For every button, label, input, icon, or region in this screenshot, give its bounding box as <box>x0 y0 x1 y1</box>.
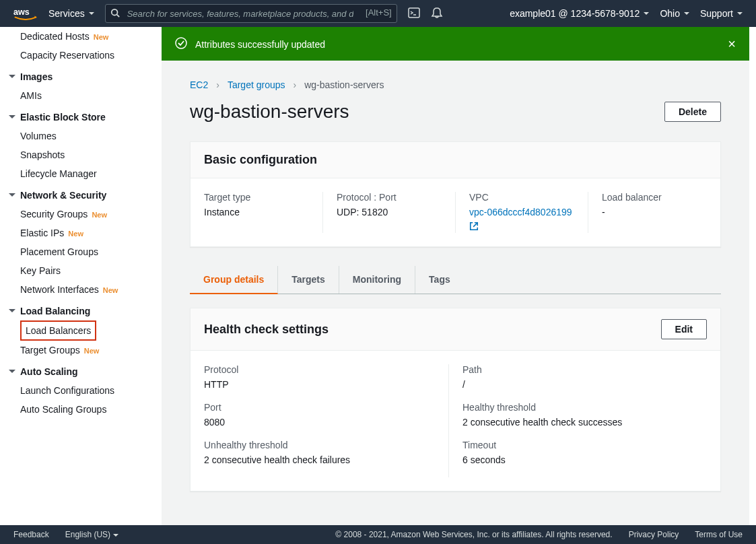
main-content: EC2 › Target groups › wg-bastion-servers… <box>162 61 749 525</box>
health-protocol-label: Protocol <box>204 364 435 375</box>
card-header: Health check settings Edit <box>191 308 720 351</box>
basic-configuration-card: Basic configuration Target type Instance… <box>190 141 721 247</box>
caret-down-icon <box>113 534 118 537</box>
services-menu[interactable]: Services <box>48 8 94 19</box>
chevron-right-icon: › <box>216 79 219 90</box>
flash-success: Attributes successfully updated × <box>162 27 749 61</box>
basic-config-heading: Basic configuration <box>204 153 317 167</box>
health-protocol-value: HTTP <box>204 379 435 390</box>
protocol-port-label: Protocol : Port <box>337 192 442 203</box>
sidebar-item-placement-groups[interactable]: Placement Groups <box>20 242 162 261</box>
health-unhealthy-label: Unhealthy threshold <box>204 440 435 450</box>
close-icon[interactable]: × <box>728 36 736 52</box>
sidebar-item-amis[interactable]: AMIs <box>20 86 162 105</box>
svg-line-2 <box>116 15 119 18</box>
svg-point-5 <box>176 38 186 48</box>
privacy-link[interactable]: Privacy Policy <box>629 530 679 539</box>
vpc-label: VPC <box>469 192 574 203</box>
page-title: wg-bastion-servers <box>190 101 349 123</box>
load-balancer-label: Load balancer <box>602 192 707 203</box>
health-healthy-label: Healthy threshold <box>462 402 693 413</box>
cloudshell-icon[interactable] <box>408 7 420 21</box>
search-icon <box>110 8 120 20</box>
health-port-value: 8080 <box>204 417 435 428</box>
search-shortcut: [Alt+S] <box>366 7 392 18</box>
breadcrumb-target-groups[interactable]: Target groups <box>228 79 285 90</box>
health-port-label: Port <box>204 402 435 413</box>
sidebar-item-snapshots[interactable]: Snapshots <box>20 145 162 164</box>
svg-text:aws: aws <box>13 7 30 17</box>
breadcrumb-current: wg-bastion-servers <box>304 79 384 90</box>
edit-button[interactable]: Edit <box>661 319 707 339</box>
support-menu[interactable]: Support <box>700 8 743 19</box>
vpc-link[interactable]: vpc-066dcccf4d8026199 <box>469 207 572 217</box>
sidebar-item-load-balancers[interactable]: Load Balancers <box>20 320 96 341</box>
notifications-icon[interactable] <box>431 7 443 21</box>
sidebar-heading-auto-scaling[interactable]: Auto Scaling <box>20 360 162 381</box>
target-type-label: Target type <box>204 192 309 203</box>
search-wrap: [Alt+S] <box>105 4 397 23</box>
delete-button[interactable]: Delete <box>664 102 721 122</box>
health-timeout-label: Timeout <box>462 440 693 450</box>
health-check-heading: Health check settings <box>204 322 329 337</box>
card-header: Basic configuration <box>191 142 720 178</box>
sidebar-item-capacity-reservations[interactable]: Capacity Reservations <box>20 46 162 65</box>
health-healthy-value: 2 consecutive health check successes <box>462 417 693 428</box>
sidebar-item-network-interfaces[interactable]: Network InterfacesNew <box>20 280 162 299</box>
feedback-link[interactable]: Feedback <box>13 530 49 539</box>
sidebar-heading-ebs[interactable]: Elastic Block Store <box>20 105 162 127</box>
sidebar-heading-network-security[interactable]: Network & Security <box>20 183 162 205</box>
sidebar-item-elastic-ips[interactable]: Elastic IPsNew <box>20 224 162 242</box>
health-unhealthy-value: 2 consecutive health check failures <box>204 454 435 465</box>
caret-down-icon <box>684 12 689 15</box>
footer: Feedback English (US) © 2008 - 2021, Ama… <box>0 525 756 544</box>
account-menu[interactable]: example01 @ 1234-5678-9012 <box>510 8 649 19</box>
tabs: Group details Targets Monitoring Tags <box>190 266 721 294</box>
svg-line-6 <box>473 223 477 227</box>
services-label: Services <box>48 8 85 19</box>
load-balancer-value: - <box>602 207 707 217</box>
support-label: Support <box>700 8 733 19</box>
tab-monitoring[interactable]: Monitoring <box>339 266 415 294</box>
top-nav: aws Services [Alt+S] example01 @ 1234-56… <box>0 0 756 27</box>
title-row: wg-bastion-servers Delete <box>190 101 721 123</box>
new-badge: New <box>94 33 109 41</box>
health-timeout-value: 6 seconds <box>462 454 693 465</box>
chevron-right-icon: › <box>294 79 297 90</box>
protocol-port-value: UDP: 51820 <box>337 207 442 217</box>
breadcrumb-ec2[interactable]: EC2 <box>190 79 208 90</box>
tab-targets[interactable]: Targets <box>278 266 339 294</box>
sidebar-item-auto-scaling-groups[interactable]: Auto Scaling Groups <box>20 400 162 419</box>
language-selector[interactable]: English (US) <box>65 530 118 539</box>
external-link-icon[interactable] <box>469 222 479 233</box>
sidebar-item-launch-configurations[interactable]: Launch Configurations <box>20 381 162 400</box>
sidebar-item-volumes[interactable]: Volumes <box>20 127 162 145</box>
new-badge: New <box>103 286 118 294</box>
search-input[interactable] <box>105 4 397 23</box>
terms-link[interactable]: Terms of Use <box>695 530 743 539</box>
sidebar-item-key-pairs[interactable]: Key Pairs <box>20 261 162 280</box>
sidebar-heading-load-balancing[interactable]: Load Balancing <box>20 299 162 320</box>
sidebar-heading-images[interactable]: Images <box>20 65 162 86</box>
new-badge: New <box>92 211 107 219</box>
breadcrumb: EC2 › Target groups › wg-bastion-servers <box>190 79 721 90</box>
caret-down-icon <box>737 12 743 15</box>
sidebar-item-dedicated-hosts[interactable]: Dedicated HostsNew <box>20 27 162 46</box>
sidebar-item-security-groups[interactable]: Security GroupsNew <box>20 205 162 224</box>
flash-message: Attributes successfully updated <box>195 39 325 50</box>
success-icon <box>175 37 187 51</box>
target-type-value: Instance <box>204 207 309 217</box>
copyright: © 2008 - 2021, Amazon Web Services, Inc.… <box>335 530 612 539</box>
region-menu[interactable]: Ohio <box>660 8 689 19</box>
caret-down-icon <box>644 12 649 15</box>
sidebar: Dedicated HostsNew Capacity Reservations… <box>0 27 162 525</box>
health-path-value: / <box>462 379 693 390</box>
new-badge: New <box>84 347 100 355</box>
tab-tags[interactable]: Tags <box>415 266 464 294</box>
sidebar-item-target-groups[interactable]: Target GroupsNew <box>20 341 162 360</box>
sidebar-item-lifecycle-manager[interactable]: Lifecycle Manager <box>20 164 162 183</box>
aws-logo[interactable]: aws <box>13 6 38 21</box>
tab-group-details[interactable]: Group details <box>190 266 278 294</box>
account-label: example01 @ 1234-5678-9012 <box>510 8 640 19</box>
health-check-card: Health check settings Edit Protocol HTTP… <box>190 308 721 491</box>
